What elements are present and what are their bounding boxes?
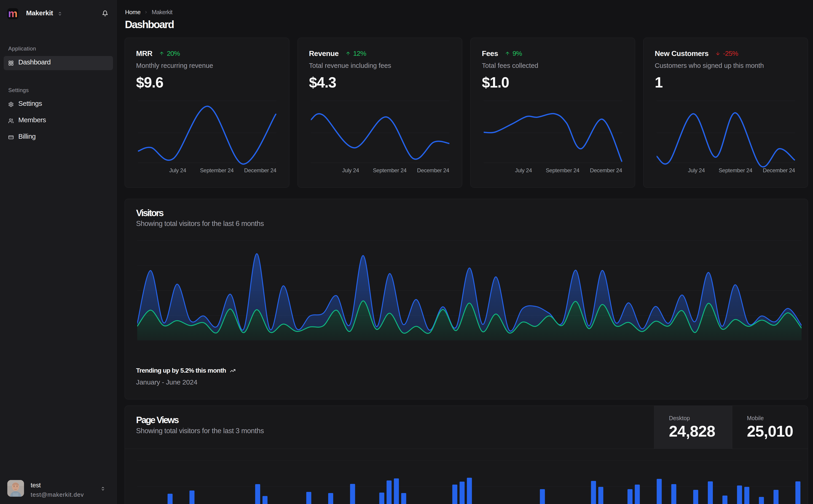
svg-text:m: m [8, 8, 18, 19]
